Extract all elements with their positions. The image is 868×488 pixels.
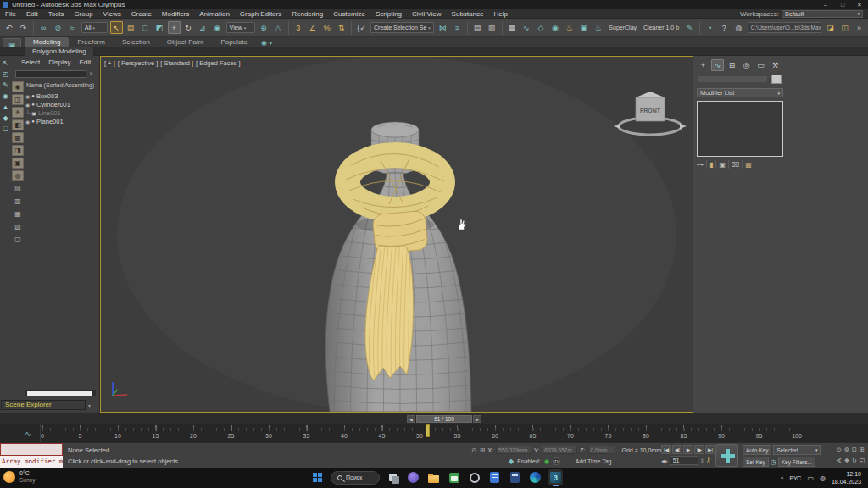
3ds-max-taskbar-button[interactable]: 3 <box>548 469 563 485</box>
rectangular-selection-region-icon[interactable]: □ <box>139 21 152 34</box>
selection-lock-icon[interactable]: ⊙ <box>471 446 477 454</box>
bind-to-space-warp-icon[interactable]: ≈ <box>66 21 79 34</box>
helper-filter-icon[interactable]: ◆ <box>3 114 8 122</box>
display-helpers-icon[interactable]: ▦ <box>12 132 24 143</box>
angle-snap-icon[interactable]: ∠ <box>306 21 319 34</box>
geometry-filter-icon[interactable]: ◰ <box>3 70 9 78</box>
close-button[interactable]: ✕ <box>851 0 868 9</box>
go-to-start-button[interactable]: |◀ <box>661 445 671 454</box>
rendered-frame-window-icon[interactable]: ▣ <box>577 21 590 34</box>
display-shapes-icon[interactable]: ◨ <box>12 145 24 156</box>
start-button[interactable] <box>310 469 325 485</box>
select-and-rotate-icon[interactable]: ↻ <box>182 21 195 34</box>
time-slider-track[interactable]: 0510152025303540455055606570758085909510… <box>42 424 797 443</box>
brush-icon[interactable]: ✎ <box>683 21 696 34</box>
viewport-pov-menu[interactable]: [ Perspective ] <box>118 59 159 67</box>
spinner-snap-icon[interactable]: ⇅ <box>335 21 348 34</box>
listener-macro-line[interactable] <box>0 443 63 456</box>
absolute-mode-icon[interactable]: ⊞ <box>480 446 486 454</box>
show-end-result-button[interactable]: ▮ <box>709 161 713 169</box>
curve-editor-icon[interactable]: ∿ <box>520 21 532 34</box>
asset-library-icon[interactable]: ◪ <box>824 21 837 34</box>
workspaces-dropdown[interactable]: Default▾ <box>782 10 863 18</box>
display-geometry-icon[interactable]: ◫ <box>12 94 24 105</box>
frame-scrubber[interactable]: 51 / 100 <box>416 415 472 423</box>
d-toggle[interactable]: D <box>553 458 560 465</box>
scene-explorer-menu-edit[interactable]: Edit <box>79 58 91 66</box>
notepad-button[interactable] <box>487 469 502 485</box>
render-production-icon[interactable]: ♨ <box>592 21 604 34</box>
next-frame-button[interactable]: |▶ <box>694 445 704 454</box>
viewcube-front-label[interactable]: FRONT <box>640 108 661 114</box>
key-filters-button[interactable]: Key Filters... <box>778 457 815 467</box>
language-indicator[interactable]: РУС <box>789 475 801 481</box>
viewport-style-menu[interactable]: [ Edged Faces ] <box>196 59 241 67</box>
ribbon-more-dropdown[interactable]: ◉ ▾ <box>261 39 272 47</box>
mirror-icon[interactable]: ⋈ <box>437 21 449 34</box>
edit-named-selection-sets-icon[interactable]: {✓ <box>355 21 368 34</box>
visibility-eye-icon[interactable]: ◉ <box>25 93 30 99</box>
new-key-settings-icon[interactable]: ◷ <box>771 458 776 466</box>
hidden-icons-chevron[interactable]: ^ <box>781 475 783 481</box>
current-frame-field[interactable]: 51 <box>670 456 698 465</box>
cone-filter-icon[interactable]: ▲ <box>3 103 9 111</box>
hierarchy-tab[interactable]: ⊞ <box>726 59 738 71</box>
pencil-icon[interactable]: ✎ <box>3 81 8 89</box>
project-folder-dropdown[interactable]: C:\Users\user\D...ts\3ds Max 202▾ <box>748 22 821 33</box>
zoom-all-icon[interactable]: ⊚ <box>843 445 850 455</box>
undo-icon[interactable]: ↶ <box>3 21 15 34</box>
snaps-toggle-icon[interactable]: 3 <box>292 21 304 34</box>
weather-widget[interactable]: 0°C Sunny <box>3 470 35 484</box>
render-history-icon[interactable]: ◔ <box>704 21 716 34</box>
sphere-filter-icon[interactable]: ◉ <box>3 92 8 100</box>
x-coordinate-field[interactable]: 550,329mm <box>496 446 531 454</box>
task-view-button[interactable] <box>386 469 400 485</box>
teams-button[interactable] <box>406 469 420 485</box>
named-selection-sets-dropdown[interactable]: Create Selection Se▾ <box>370 22 434 33</box>
maximize-button[interactable]: □ <box>834 0 851 9</box>
options-view-icon[interactable]: ▢ <box>12 234 24 245</box>
infocenter-icon[interactable]: ◍ <box>732 21 745 34</box>
scene-explorer-title[interactable]: Scene Explorer <box>1 400 86 410</box>
pan-icon[interactable]: ❖ <box>843 456 850 466</box>
scene-object-row[interactable]: ◉●Plane001 <box>25 117 97 125</box>
cleaner-button[interactable]: Cleaner 1.0 b <box>643 25 679 30</box>
utilities-tab[interactable]: ⚒ <box>769 59 782 71</box>
tab-polygon-modeling[interactable]: Polygon Modeling <box>25 47 93 56</box>
list-view-icon[interactable]: ▤ <box>12 183 24 194</box>
filter-view-icon[interactable]: ▧ <box>12 221 24 232</box>
ribbon-tab-object-paint[interactable]: Object Paint <box>159 37 213 47</box>
redo-icon[interactable]: ↷ <box>17 21 30 34</box>
ribbon-tab-freeform[interactable]: Freeform <box>69 37 113 47</box>
clear-search-icon[interactable]: ✕ <box>89 70 93 76</box>
display-all-icon[interactable]: ◉ <box>12 81 24 92</box>
menu-edit[interactable]: Edit <box>21 9 43 19</box>
add-time-tag[interactable]: Add Time Tag <box>576 458 612 464</box>
hierarchy-view-icon[interactable]: ▥ <box>12 196 24 207</box>
scene-object-row[interactable]: ◉●Cylinder001 <box>25 100 97 108</box>
menu-graph-editors[interactable]: Graph Editors <box>235 9 287 19</box>
orbit-icon[interactable]: ↻ <box>851 456 858 466</box>
previous-frame-button[interactable]: ◀| <box>672 445 682 454</box>
add-keyframe-button[interactable] <box>715 444 738 467</box>
menu-group[interactable]: Group <box>69 9 97 19</box>
minimize-button[interactable]: – <box>817 0 834 9</box>
select-object-icon[interactable]: ↖ <box>110 21 123 34</box>
previous-frame-scrub-button[interactable]: ◀ <box>407 415 415 423</box>
play-button[interactable]: ▶ <box>683 445 693 454</box>
photos-button[interactable] <box>467 469 481 485</box>
frame-spinner-icon[interactable]: ⇕ <box>700 458 704 463</box>
maxscript-mini-listener[interactable]: Array modifier me <box>0 443 63 469</box>
ribbon-tab-populate[interactable]: Populate <box>212 37 256 47</box>
enabled-indicator[interactable] <box>544 459 549 464</box>
object-color-swatch[interactable] <box>771 75 782 84</box>
key-steps-icon[interactable]: ⚷ <box>706 457 711 464</box>
object-name-field[interactable] <box>697 75 768 83</box>
pin-stack-button[interactable]: ⊶ <box>697 161 704 169</box>
zoom-extents-icon[interactable]: ⊡ <box>851 445 858 455</box>
select-and-place-icon[interactable]: ◉ <box>211 21 224 34</box>
configure-modifier-sets-button[interactable]: ▦ <box>745 161 752 169</box>
toggle-layer-explorer-icon[interactable]: ▥ <box>486 21 498 34</box>
selection-filter-dropdown[interactable]: All▾ <box>81 22 108 33</box>
volume-icon[interactable]: ◍ <box>820 474 826 482</box>
